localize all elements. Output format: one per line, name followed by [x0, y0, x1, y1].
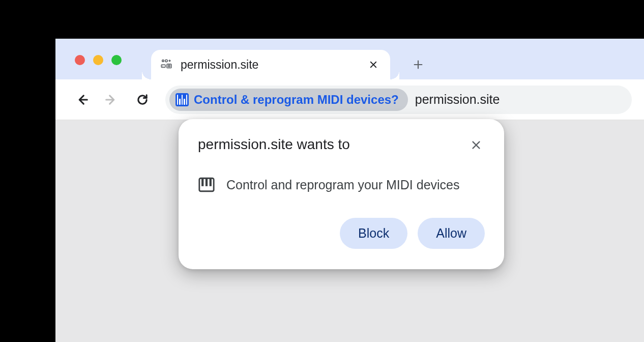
window-maximize-button[interactable]: [111, 55, 122, 65]
allow-button[interactable]: Allow: [418, 218, 485, 249]
svg-point-1: [165, 60, 167, 62]
svg-rect-8: [206, 178, 208, 186]
permission-prompt-title: permission.site wants to: [198, 136, 350, 153]
reload-button[interactable]: [131, 88, 154, 111]
block-button[interactable]: Block: [340, 218, 407, 249]
tab-close-button[interactable]: [367, 58, 380, 71]
toolbar: Control & reprogram MIDI devices? permis…: [55, 79, 644, 120]
window-close-button[interactable]: [75, 55, 85, 65]
url-text: permission.site: [415, 92, 500, 107]
tab-strip: permission.site: [55, 39, 644, 79]
svg-rect-4: [167, 64, 171, 68]
permission-chip-label: Control & reprogram MIDI devices?: [194, 93, 399, 107]
permission-prompt: permission.site wants to Control and rep…: [179, 119, 504, 269]
permission-text: Control and reprogram your MIDI devices: [226, 178, 460, 192]
new-tab-button[interactable]: [406, 53, 430, 76]
browser-window: permission.site: [55, 39, 644, 342]
svg-point-3: [162, 66, 163, 67]
svg-point-0: [162, 60, 164, 62]
svg-rect-9: [210, 178, 212, 186]
midi-icon: [198, 176, 215, 193]
window-controls: [75, 55, 122, 65]
browser-tab[interactable]: permission.site: [151, 50, 390, 79]
permission-chip[interactable]: Control & reprogram MIDI devices?: [169, 89, 408, 111]
forward-button[interactable]: [99, 88, 123, 111]
window-minimize-button[interactable]: [93, 55, 103, 65]
tab-title: permission.site: [181, 58, 367, 72]
svg-point-5: [168, 65, 170, 67]
svg-rect-7: [201, 178, 203, 186]
permission-prompt-actions: Block Allow: [198, 218, 485, 249]
permission-prompt-close-button[interactable]: [467, 136, 485, 154]
permission-item: Control and reprogram your MIDI devices: [198, 176, 485, 193]
address-bar[interactable]: Control & reprogram MIDI devices? permis…: [165, 86, 632, 114]
svg-rect-2: [161, 65, 165, 67]
back-button[interactable]: [71, 88, 94, 111]
tab-favicon-icon: [159, 58, 173, 72]
midi-icon: [175, 93, 189, 106]
